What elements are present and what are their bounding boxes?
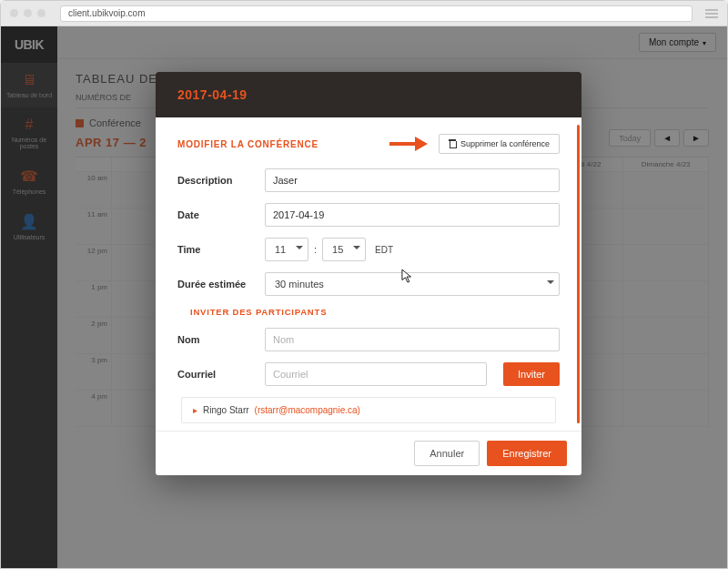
chevron-right-icon: ▸ (193, 405, 197, 415)
save-button[interactable]: Enregistrer (487, 441, 567, 466)
label-duration: Durée estimée (177, 279, 256, 290)
annotation-arrow-icon (389, 137, 435, 150)
modal-body: MODIFIER LA CONFÉRENCE Supprimer la conf… (156, 117, 581, 431)
caret-down-icon (353, 246, 360, 253)
url-text: client.ubikvoip.com (68, 8, 145, 18)
invite-name-input[interactable] (265, 328, 560, 351)
hour-select[interactable]: 11 (265, 238, 308, 261)
label-time: Time (177, 244, 256, 255)
label-date: Date (177, 209, 256, 220)
invite-button[interactable]: Inviter (503, 362, 560, 386)
invite-email-input[interactable] (265, 362, 487, 386)
window-dot (37, 9, 46, 17)
date-input[interactable] (265, 203, 560, 227)
delete-conference-button[interactable]: Supprimer la conférence (439, 134, 560, 154)
modal-footer: Annuler Enregistrer (156, 431, 581, 475)
participant-row[interactable]: ▸ Ringo Starr (rstarr@macompagnie.ca) (181, 397, 556, 423)
modal-header: 2017-04-19 (156, 72, 581, 117)
browser-menu-icon[interactable] (705, 9, 718, 18)
section-title-modify: MODIFIER LA CONFÉRENCE (177, 139, 318, 149)
browser-window: client.ubikvoip.com UBIK 🖥 Tableau de bo… (0, 0, 728, 569)
label-name: Nom (177, 334, 256, 345)
cancel-button[interactable]: Annuler (414, 441, 480, 466)
conference-modal: 2017-04-19 MODIFIER LA CONFÉRENCE Suppri… (156, 72, 581, 475)
time-separator: : (314, 244, 317, 255)
trash-icon (449, 140, 456, 148)
description-input[interactable] (265, 168, 560, 192)
participant-name: Ringo Starr (203, 405, 249, 415)
browser-chrome: client.ubikvoip.com (1, 1, 727, 26)
label-email: Courriel (177, 369, 256, 380)
viewport: UBIK 🖥 Tableau de bord # Numéros de post… (1, 26, 727, 568)
window-dot (10, 9, 18, 17)
window-dot (24, 9, 32, 17)
caret-down-icon (547, 280, 554, 288)
participant-email: (rstarr@macompagnie.ca) (255, 405, 360, 415)
label-description: Description (177, 175, 256, 186)
scrollbar[interactable] (577, 125, 580, 423)
modal-title-date: 2017-04-19 (177, 87, 248, 102)
minute-select[interactable]: 15 (322, 238, 366, 261)
url-bar[interactable]: client.ubikvoip.com (60, 5, 693, 22)
duration-select[interactable]: 30 minutes (265, 272, 560, 296)
caret-down-icon (296, 246, 303, 253)
section-title-invite: INVITER DES PARTICIPANTS (190, 307, 560, 317)
timezone-label: EDT (375, 245, 393, 255)
